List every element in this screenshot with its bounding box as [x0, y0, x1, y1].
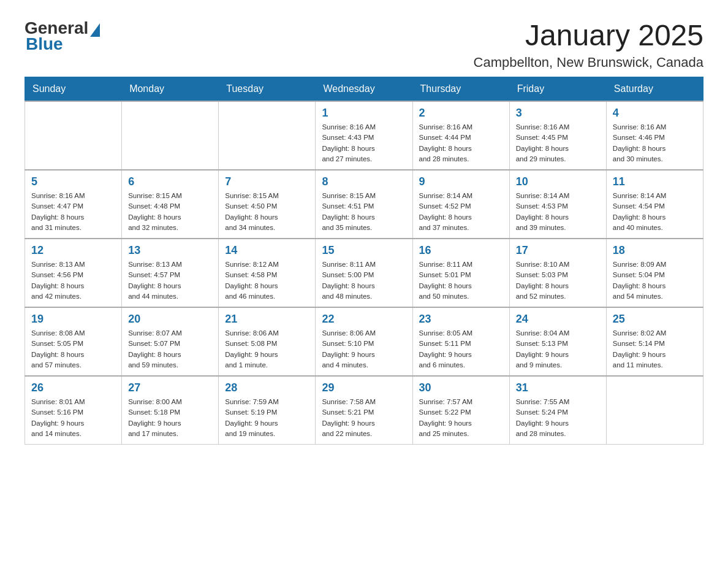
- day-number: 11: [613, 175, 697, 188]
- month-title: January 2025: [474, 18, 703, 52]
- calendar-cell: 7Sunrise: 8:15 AMSunset: 4:50 PMDaylight…: [219, 170, 316, 239]
- calendar-cell: 20Sunrise: 8:07 AMSunset: 5:07 PMDayligh…: [122, 307, 219, 376]
- day-number: 2: [419, 107, 503, 120]
- day-info: Sunrise: 8:00 AMSunset: 5:18 PMDaylight:…: [128, 397, 212, 439]
- day-number: 3: [516, 107, 600, 120]
- day-number: 6: [128, 175, 212, 188]
- weekday-header-wednesday: Wednesday: [316, 77, 412, 102]
- calendar-cell: 13Sunrise: 8:13 AMSunset: 4:57 PMDayligh…: [122, 239, 219, 307]
- day-number: 15: [322, 244, 406, 257]
- day-number: 12: [31, 244, 115, 257]
- day-info: Sunrise: 8:16 AMSunset: 4:46 PMDaylight:…: [613, 122, 697, 164]
- calendar-cell: 12Sunrise: 8:13 AMSunset: 4:56 PMDayligh…: [25, 239, 122, 307]
- title-block: January 2025 Campbellton, New Brunswick,…: [474, 18, 703, 71]
- day-info: Sunrise: 8:13 AMSunset: 4:56 PMDaylight:…: [31, 259, 115, 302]
- week-row-1: 1Sunrise: 8:16 AMSunset: 4:43 PMDaylight…: [25, 101, 703, 170]
- day-number: 13: [128, 244, 212, 257]
- week-row-4: 19Sunrise: 8:08 AMSunset: 5:05 PMDayligh…: [25, 307, 703, 376]
- calendar-cell: 14Sunrise: 8:12 AMSunset: 4:58 PMDayligh…: [219, 239, 316, 307]
- calendar-cell: 15Sunrise: 8:11 AMSunset: 5:00 PMDayligh…: [316, 239, 412, 307]
- day-info: Sunrise: 8:12 AMSunset: 4:58 PMDaylight:…: [225, 259, 309, 302]
- day-info: Sunrise: 8:04 AMSunset: 5:13 PMDaylight:…: [516, 328, 600, 370]
- day-number: 4: [613, 107, 697, 120]
- day-info: Sunrise: 8:11 AMSunset: 5:00 PMDaylight:…: [322, 259, 406, 302]
- day-info: Sunrise: 8:06 AMSunset: 5:10 PMDaylight:…: [322, 328, 406, 370]
- location-title: Campbellton, New Brunswick, Canada: [474, 55, 703, 71]
- calendar-cell: [122, 101, 219, 170]
- day-info: Sunrise: 8:01 AMSunset: 5:16 PMDaylight:…: [31, 397, 115, 439]
- day-number: 31: [516, 381, 600, 394]
- logo-blue: Blue: [25, 34, 100, 54]
- calendar-table: SundayMondayTuesdayWednesdayThursdayFrid…: [25, 77, 703, 445]
- day-info: Sunrise: 8:14 AMSunset: 4:53 PMDaylight:…: [516, 191, 600, 233]
- weekday-header-saturday: Saturday: [606, 77, 703, 102]
- day-info: Sunrise: 8:11 AMSunset: 5:01 PMDaylight:…: [419, 259, 503, 302]
- day-info: Sunrise: 8:15 AMSunset: 4:48 PMDaylight:…: [128, 191, 212, 233]
- day-number: 21: [225, 313, 309, 326]
- day-info: Sunrise: 7:57 AMSunset: 5:22 PMDaylight:…: [419, 397, 503, 439]
- day-info: Sunrise: 8:09 AMSunset: 5:04 PMDaylight:…: [613, 259, 697, 302]
- day-info: Sunrise: 8:13 AMSunset: 4:57 PMDaylight:…: [128, 259, 212, 302]
- calendar-cell: 11Sunrise: 8:14 AMSunset: 4:54 PMDayligh…: [606, 170, 703, 239]
- calendar-cell: 25Sunrise: 8:02 AMSunset: 5:14 PMDayligh…: [606, 307, 703, 376]
- calendar-cell: 1Sunrise: 8:16 AMSunset: 4:43 PMDaylight…: [316, 101, 412, 170]
- weekday-header-monday: Monday: [122, 77, 219, 102]
- weekday-header-thursday: Thursday: [412, 77, 509, 102]
- day-info: Sunrise: 8:06 AMSunset: 5:08 PMDaylight:…: [225, 328, 309, 370]
- day-number: 26: [31, 381, 115, 394]
- day-info: Sunrise: 8:16 AMSunset: 4:43 PMDaylight:…: [322, 122, 406, 164]
- day-number: 7: [225, 175, 309, 188]
- day-info: Sunrise: 8:10 AMSunset: 5:03 PMDaylight:…: [516, 259, 600, 302]
- day-info: Sunrise: 7:58 AMSunset: 5:21 PMDaylight:…: [322, 397, 406, 439]
- week-row-5: 26Sunrise: 8:01 AMSunset: 5:16 PMDayligh…: [25, 376, 703, 445]
- day-info: Sunrise: 8:15 AMSunset: 4:51 PMDaylight:…: [322, 191, 406, 233]
- page-header: General Blue January 2025 Campbellton, N…: [25, 18, 703, 71]
- calendar-cell: 10Sunrise: 8:14 AMSunset: 4:53 PMDayligh…: [509, 170, 606, 239]
- calendar-cell: 9Sunrise: 8:14 AMSunset: 4:52 PMDaylight…: [412, 170, 509, 239]
- calendar-cell: 23Sunrise: 8:05 AMSunset: 5:11 PMDayligh…: [412, 307, 509, 376]
- calendar-cell: 6Sunrise: 8:15 AMSunset: 4:48 PMDaylight…: [122, 170, 219, 239]
- day-number: 19: [31, 313, 115, 326]
- day-number: 17: [516, 244, 600, 257]
- day-info: Sunrise: 8:02 AMSunset: 5:14 PMDaylight:…: [613, 328, 697, 370]
- weekday-header-sunday: Sunday: [25, 77, 122, 102]
- day-info: Sunrise: 8:14 AMSunset: 4:52 PMDaylight:…: [419, 191, 503, 233]
- calendar-cell: 28Sunrise: 7:59 AMSunset: 5:19 PMDayligh…: [219, 376, 316, 445]
- day-info: Sunrise: 8:16 AMSunset: 4:47 PMDaylight:…: [31, 191, 115, 233]
- calendar-cell: 3Sunrise: 8:16 AMSunset: 4:45 PMDaylight…: [509, 101, 606, 170]
- calendar-cell: 19Sunrise: 8:08 AMSunset: 5:05 PMDayligh…: [25, 307, 122, 376]
- calendar-cell: 29Sunrise: 7:58 AMSunset: 5:21 PMDayligh…: [316, 376, 412, 445]
- calendar-cell: 2Sunrise: 8:16 AMSunset: 4:44 PMDaylight…: [412, 101, 509, 170]
- calendar-cell: 5Sunrise: 8:16 AMSunset: 4:47 PMDaylight…: [25, 170, 122, 239]
- calendar-cell: 30Sunrise: 7:57 AMSunset: 5:22 PMDayligh…: [412, 376, 509, 445]
- day-number: 1: [322, 107, 406, 120]
- calendar-cell: [219, 101, 316, 170]
- day-number: 22: [322, 313, 406, 326]
- calendar-cell: 17Sunrise: 8:10 AMSunset: 5:03 PMDayligh…: [509, 239, 606, 307]
- day-info: Sunrise: 8:16 AMSunset: 4:45 PMDaylight:…: [516, 122, 600, 164]
- calendar-cell: [25, 101, 122, 170]
- weekday-header-tuesday: Tuesday: [219, 77, 316, 102]
- day-info: Sunrise: 8:14 AMSunset: 4:54 PMDaylight:…: [613, 191, 697, 233]
- day-number: 28: [225, 381, 309, 394]
- calendar-cell: 22Sunrise: 8:06 AMSunset: 5:10 PMDayligh…: [316, 307, 412, 376]
- calendar-cell: [606, 376, 703, 445]
- day-number: 8: [322, 175, 406, 188]
- calendar-cell: 8Sunrise: 8:15 AMSunset: 4:51 PMDaylight…: [316, 170, 412, 239]
- day-number: 24: [516, 313, 600, 326]
- day-number: 16: [419, 244, 503, 257]
- day-number: 9: [419, 175, 503, 188]
- day-info: Sunrise: 7:59 AMSunset: 5:19 PMDaylight:…: [225, 397, 309, 439]
- day-number: 23: [419, 313, 503, 326]
- calendar-cell: 31Sunrise: 7:55 AMSunset: 5:24 PMDayligh…: [509, 376, 606, 445]
- day-number: 14: [225, 244, 309, 257]
- day-number: 10: [516, 175, 600, 188]
- day-info: Sunrise: 8:05 AMSunset: 5:11 PMDaylight:…: [419, 328, 503, 370]
- day-number: 18: [613, 244, 697, 257]
- day-number: 27: [128, 381, 212, 394]
- day-number: 30: [419, 381, 503, 394]
- calendar-cell: 27Sunrise: 8:00 AMSunset: 5:18 PMDayligh…: [122, 376, 219, 445]
- weekday-header-friday: Friday: [509, 77, 606, 102]
- day-number: 20: [128, 313, 212, 326]
- day-info: Sunrise: 8:15 AMSunset: 4:50 PMDaylight:…: [225, 191, 309, 233]
